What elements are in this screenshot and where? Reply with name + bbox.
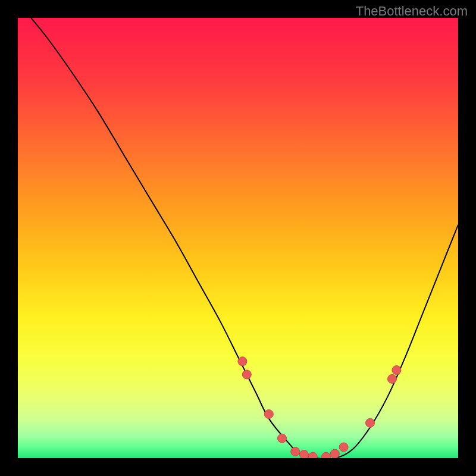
svg-rect-0 (18, 18, 458, 458)
gradient-background (18, 18, 458, 458)
watermark-text: TheBottleneck.com (356, 4, 468, 19)
chart-frame (18, 18, 458, 458)
